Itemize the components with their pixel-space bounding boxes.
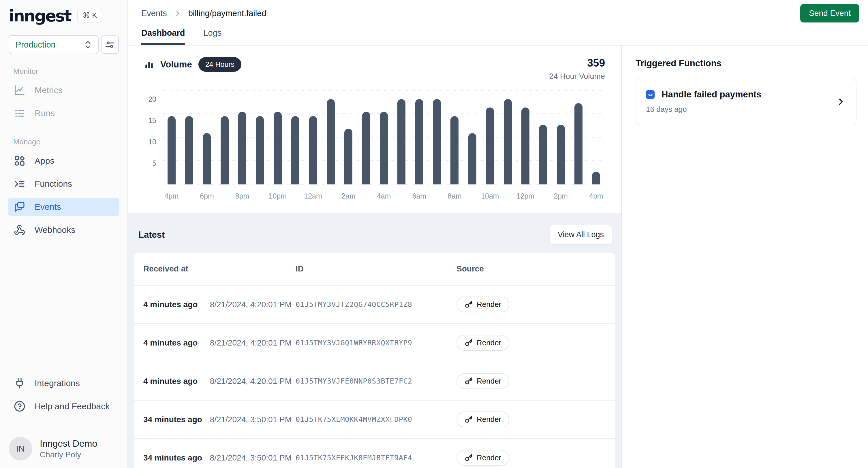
latest-events-section: Latest View All Logs Received at ID Sour…: [128, 213, 621, 468]
volume-bar-4pm-24[interactable]: [592, 172, 600, 185]
event-row[interactable]: 34 minutes ago8/21/2024, 3:50:01 PM01J5T…: [134, 438, 615, 468]
tab-dashboard[interactable]: Dashboard: [141, 27, 185, 45]
volume-bar-9pm-5[interactable]: [256, 116, 264, 185]
source-cell: Render: [457, 373, 606, 389]
source-badge[interactable]: Render: [457, 335, 509, 351]
triggered-function-card[interactable]: <> Handle failed payments 16 days ago: [636, 78, 857, 125]
volume-bar-11pm-7[interactable]: [291, 116, 299, 185]
view-all-logs-button[interactable]: View All Logs: [550, 225, 612, 244]
sidebar-item-label: Runs: [35, 108, 55, 118]
x-axis-label: 8pm: [235, 192, 249, 200]
volume-bar-3am-11[interactable]: [362, 112, 370, 185]
sidebar-item-functions[interactable]: Functions: [8, 175, 119, 193]
event-row[interactable]: 4 minutes ago8/21/2024, 4:20:01 PM01J5TM…: [134, 362, 615, 400]
x-axis-label: 2pm: [554, 192, 568, 200]
sidebar-item-runs[interactable]: Runs: [8, 104, 119, 123]
volume-bar-2pm-22[interactable]: [557, 125, 565, 185]
received-at-cell: 4 minutes ago8/21/2024, 4:20:01 PM: [143, 338, 296, 347]
sidebar-item-help-and-feedback[interactable]: Help and Feedback: [8, 397, 119, 415]
event-id: 01J5TMY3VJGQ1WRYRRXQXTRYP9: [296, 339, 457, 347]
volume-bar-8pm-4[interactable]: [238, 112, 246, 185]
breadcrumb-events-link[interactable]: Events: [141, 9, 167, 18]
triggered-functions-title: Triggered Functions: [636, 58, 857, 69]
environment-selector[interactable]: Production: [9, 35, 99, 54]
volume-bar-5am-13[interactable]: [397, 99, 405, 185]
absolute-time: 8/21/2024, 4:20:01 PM: [210, 338, 291, 347]
volume-bar-7am-15[interactable]: [433, 99, 441, 185]
volume-bar-8am-16[interactable]: [451, 116, 459, 185]
avatar: IN: [9, 437, 32, 461]
volume-bar-12am-8[interactable]: [309, 116, 317, 185]
absolute-time: 8/21/2024, 4:20:01 PM: [210, 300, 291, 309]
source-badge[interactable]: Render: [457, 411, 509, 427]
inngest-logo: inngest: [9, 6, 71, 25]
volume-bar-12pm-20[interactable]: [521, 107, 529, 185]
source-cell: Render: [457, 297, 606, 312]
volume-bar-7pm-3[interactable]: [221, 116, 229, 185]
absolute-time: 8/21/2024, 4:20:01 PM: [210, 377, 291, 386]
key-icon: [465, 415, 473, 424]
event-id: 01J5TK75XEEKJK0EMJBTET9AF4: [296, 454, 457, 462]
x-axis-label: 10pm: [269, 192, 287, 200]
x-axis-label: 2am: [341, 192, 355, 200]
volume-bar-6pm-2[interactable]: [203, 133, 211, 185]
relative-time: 4 minutes ago: [143, 338, 197, 347]
event-row[interactable]: 4 minutes ago8/21/2024, 4:20:01 PM01J5TM…: [134, 285, 615, 323]
volume-bar-2am-10[interactable]: [344, 129, 352, 185]
sidebar-item-webhooks[interactable]: Webhooks: [8, 221, 119, 239]
key-icon: [465, 454, 473, 462]
event-row[interactable]: 4 minutes ago8/21/2024, 4:20:01 PM01J5TM…: [134, 323, 615, 362]
webhook-icon: [13, 224, 26, 236]
sidebar-item-events[interactable]: Events: [8, 198, 119, 216]
received-at-cell: 34 minutes ago8/21/2024, 3:50:01 PM: [143, 453, 296, 463]
relative-time: 4 minutes ago: [143, 377, 197, 386]
sidebar-item-integrations[interactable]: Integrations: [8, 374, 119, 393]
volume-bar-4am-12[interactable]: [380, 112, 388, 185]
sidebar-item-label: Functions: [35, 179, 72, 189]
volume-bar-1pm-21[interactable]: [539, 125, 547, 185]
source-badge[interactable]: Render: [457, 297, 509, 312]
volume-bar-10am-18[interactable]: [486, 107, 494, 185]
tab-logs[interactable]: Logs: [203, 27, 221, 45]
nav-section-label: Monitor: [8, 67, 119, 76]
nav-section-label: Manage: [8, 137, 119, 146]
source-name: Render: [477, 453, 501, 462]
y-axis-label: 20: [148, 95, 156, 103]
volume-bar-5pm-1[interactable]: [185, 116, 193, 185]
event-row[interactable]: 34 minutes ago8/21/2024, 3:50:01 PM01J5T…: [134, 400, 615, 438]
source-cell: Render: [457, 335, 606, 351]
command-k-shortcut[interactable]: ⌘ K: [77, 9, 102, 22]
latest-title: Latest: [138, 230, 165, 240]
sidebar-item-metrics[interactable]: Metrics: [8, 81, 119, 99]
source-badge[interactable]: Render: [457, 450, 509, 466]
volume-bar-6am-14[interactable]: [415, 99, 423, 185]
y-axis-label: 5: [152, 159, 156, 167]
user-menu[interactable]: IN Inngest Demo Charly Poly: [0, 428, 127, 461]
plug-icon: [13, 377, 26, 389]
send-event-button[interactable]: Send Event: [800, 4, 859, 23]
user-full-name: Charly Poly: [40, 450, 97, 459]
relative-time: 34 minutes ago: [143, 453, 202, 463]
absolute-time: 8/21/2024, 3:50:01 PM: [210, 453, 291, 463]
x-axis-label: 12pm: [517, 192, 535, 200]
received-at-cell: 4 minutes ago8/21/2024, 4:20:01 PM: [143, 377, 296, 386]
time-range-badge[interactable]: 24 Hours: [198, 57, 241, 72]
x-axis-label: 4pm: [164, 192, 179, 200]
volume-bar-4pm-0[interactable]: [167, 116, 176, 185]
volume-bar-1am-9[interactable]: [327, 99, 335, 185]
key-icon: [465, 301, 473, 309]
sidebar-item-apps[interactable]: Apps: [8, 152, 119, 170]
table-header-row: Received at ID Source: [134, 253, 615, 285]
source-cell: Render: [457, 450, 606, 466]
volume-bar-9am-17[interactable]: [468, 133, 476, 185]
source-badge[interactable]: Render: [457, 373, 509, 389]
y-axis-label: 15: [148, 116, 156, 125]
x-axis-label: 6pm: [200, 192, 214, 200]
volume-bar-10pm-6[interactable]: [274, 112, 282, 185]
chevrons-up-down-icon: [83, 40, 93, 49]
environment-settings-button[interactable]: [101, 35, 119, 54]
volume-bar-11am-19[interactable]: [504, 99, 512, 185]
volume-bar-3pm-23[interactable]: [575, 103, 583, 185]
event-id: 01J5TK75XEM0KK4MVMZXXFDPK0: [296, 415, 457, 424]
tab-bar: DashboardLogs: [128, 27, 868, 45]
